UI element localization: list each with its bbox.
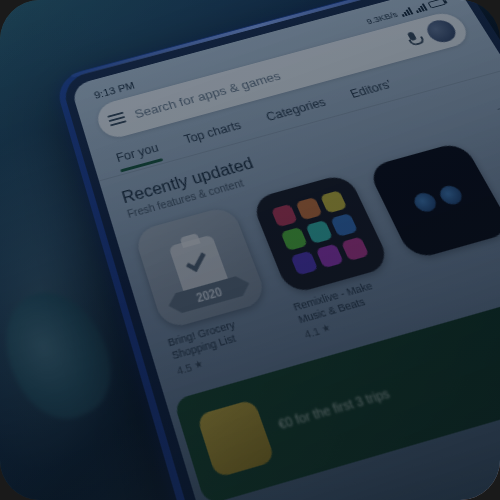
checkmark-icon	[186, 249, 206, 271]
tab-editors[interactable]: Editors'	[348, 78, 394, 101]
status-data-rate: 9.3KB/s	[365, 10, 399, 26]
profile-avatar[interactable]	[423, 17, 460, 44]
hamburger-menu-icon[interactable]	[107, 112, 126, 127]
signal-icon-2	[413, 3, 428, 13]
star-icon: ★	[319, 322, 331, 335]
promo-text: €0 for the first 3 trips	[276, 386, 392, 432]
star-icon: ★	[192, 358, 204, 371]
promo-app-icon	[196, 398, 276, 477]
battery-icon	[427, 0, 446, 8]
eye-icon	[437, 184, 466, 207]
signal-icon	[399, 7, 413, 17]
tab-for-you[interactable]: For you	[115, 141, 161, 165]
microphone-icon[interactable]	[404, 31, 423, 47]
photo-frame: 9:13 PM 9.3KB/s Search for apps & games	[0, 0, 500, 500]
eye-icon	[411, 191, 440, 214]
